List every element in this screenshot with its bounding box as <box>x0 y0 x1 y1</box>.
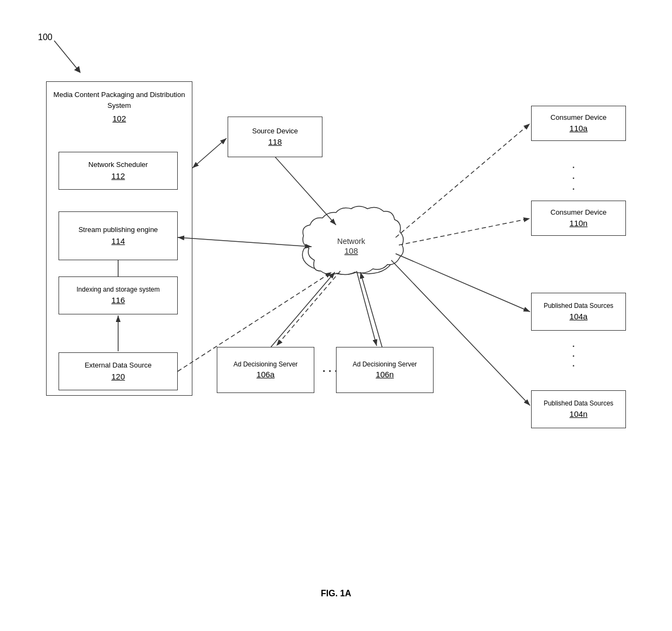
network-scheduler-box: Network Scheduler 112 <box>59 152 178 190</box>
dots-ad-servers: · · · <box>322 365 338 377</box>
svg-line-20 <box>396 124 530 237</box>
svg-point-6 <box>344 241 393 274</box>
svg-point-7 <box>320 244 369 274</box>
dots-consumers3: · <box>572 184 574 194</box>
svg-line-29 <box>271 272 335 347</box>
svg-line-25 <box>357 271 377 346</box>
pub-data-n-box: Published Data Sources 104n <box>531 390 626 428</box>
svg-point-11 <box>360 231 399 262</box>
pub-data-a-box: Published Data Sources 104a <box>531 293 626 331</box>
svg-point-5 <box>359 230 400 263</box>
source-device-box: Source Device 118 <box>228 117 322 157</box>
svg-line-0 <box>54 41 79 70</box>
dots-pubdata1: · <box>572 342 574 351</box>
dots-pubdata3: · <box>572 361 574 371</box>
diagram-ref-number: 100 <box>38 33 53 42</box>
stream-publishing-box: Stream publishing engine 114 <box>59 211 178 260</box>
svg-point-3 <box>306 220 366 263</box>
network-cloud-shape: Network 108 <box>302 207 403 275</box>
svg-point-13 <box>321 245 367 273</box>
svg-text:Network: Network <box>337 237 365 246</box>
svg-point-8 <box>302 240 346 270</box>
consumer-n-box: Consumer Device 110n <box>531 201 626 236</box>
diagram: 100 Media Content Packaging and Distribu… <box>0 0 672 631</box>
external-data-box: External Data Source 120 <box>59 352 178 390</box>
svg-point-10 <box>337 221 384 256</box>
consumer-a-box: Consumer Device 110a <box>531 106 626 141</box>
svg-point-4 <box>336 220 385 257</box>
svg-point-14 <box>303 241 345 269</box>
figure-label: FIG. 1A <box>321 589 351 598</box>
svg-point-12 <box>345 242 392 273</box>
svg-line-30 <box>360 272 382 347</box>
svg-point-9 <box>307 221 365 262</box>
dots-consumers: · <box>572 163 576 172</box>
ad-server-n-box: Ad Decisioning Server 106n <box>336 347 434 393</box>
svg-line-21 <box>399 218 530 245</box>
svg-line-18 <box>178 237 312 247</box>
indexing-storage-box: Indexing and storage system 116 <box>59 276 178 314</box>
svg-line-24 <box>276 271 340 346</box>
dots-pubdata2: · <box>572 351 574 361</box>
ad-server-a-box: Ad Decisioning Server 106a <box>217 347 314 393</box>
svg-line-17 <box>192 138 227 168</box>
svg-line-19 <box>275 157 336 225</box>
dots-consumers2: · <box>572 173 574 183</box>
svg-text:108: 108 <box>344 246 358 255</box>
svg-line-22 <box>396 254 530 312</box>
